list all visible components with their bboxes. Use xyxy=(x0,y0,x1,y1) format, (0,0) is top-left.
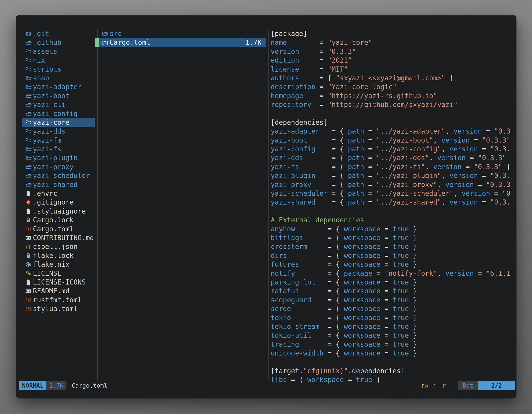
file-name: yazi-proxy xyxy=(33,163,74,171)
snowflake-icon xyxy=(25,261,33,268)
toml-token: = { xyxy=(328,189,348,197)
lock-icon xyxy=(25,252,33,259)
permissions-text: -rw-r--r-- xyxy=(418,381,453,390)
toml-token: version xyxy=(441,136,470,144)
file-name: .github xyxy=(33,38,61,47)
file-row[interactable]: nix xyxy=(22,56,95,65)
file-row[interactable]: .git xyxy=(22,29,95,38)
preview-line: yazi-proxy = { path = "../yazi-proxy", v… xyxy=(271,180,515,189)
toml-token: true xyxy=(393,349,409,357)
file-row[interactable]: flake.nix xyxy=(22,260,95,269)
toml-token: = { xyxy=(287,251,344,260)
file-row[interactable]: yazi-fs xyxy=(22,144,95,154)
file-row[interactable]: yazi-adapter xyxy=(22,82,95,91)
doc-icon xyxy=(25,279,33,285)
current-pane[interactable]: src[T]Cargo.toml1.7K xyxy=(95,29,266,47)
file-row[interactable]: LICENSE-ICONS xyxy=(22,278,95,287)
preview-line: anyhow = { workspace = true } xyxy=(271,225,515,233)
file-row[interactable]: yazi-cli xyxy=(22,100,95,109)
file-row[interactable]: .github xyxy=(22,38,95,47)
folder-open-icon xyxy=(25,146,33,152)
file-row[interactable]: src xyxy=(95,29,266,38)
file-row[interactable]: Cargo.lock xyxy=(22,216,95,224)
toml-token: tokio-stream xyxy=(271,323,319,331)
toml-token: .dependencies] xyxy=(348,367,405,375)
toml-token: = xyxy=(299,56,328,64)
toml-token: yazi-scheduler xyxy=(271,189,328,197)
preview-line: yazi-dds = { path = "../yazi-dds", versi… xyxy=(271,154,515,162)
file-row[interactable]: flake.lock xyxy=(22,251,95,260)
toml-token: = { xyxy=(303,234,344,242)
toml-token: = { xyxy=(307,136,348,144)
toml-token: , xyxy=(441,172,449,180)
toml-token: workspace xyxy=(344,287,380,295)
permission-char: w xyxy=(425,382,428,389)
folder-open-icon xyxy=(102,30,110,37)
toml-token: yazi-boot xyxy=(271,136,307,144)
file-name: snap xyxy=(33,74,49,82)
toml-token: yazi-shared xyxy=(271,198,315,206)
file-row[interactable]: yazi-boot xyxy=(22,91,95,100)
toml-token: } xyxy=(409,278,417,286)
toml-token: = xyxy=(299,65,328,73)
toml-token: path xyxy=(348,198,364,206)
toml-token: [target. xyxy=(271,367,303,375)
file-row[interactable]: README.md xyxy=(22,287,95,295)
file-row[interactable]: [T]Cargo.toml xyxy=(22,225,95,233)
toml-token: workspace xyxy=(344,234,380,242)
toml-token: = xyxy=(482,127,494,135)
file-row[interactable]: assets xyxy=(22,47,95,56)
toml-token: = { xyxy=(315,198,348,206)
svg-text:[T]: [T] xyxy=(102,40,108,45)
file-row[interactable]: yazi-dds xyxy=(22,127,95,136)
toml-token: "../yazi-boot" xyxy=(376,136,433,144)
permission-char: -- xyxy=(446,382,453,389)
file-row[interactable]: yazi-shared xyxy=(22,180,95,189)
toml-token: true xyxy=(393,305,409,313)
file-row[interactable]: [T]rustfmt.toml xyxy=(22,296,95,304)
file-row[interactable]: yazi-core xyxy=(22,118,95,127)
preview-line: name = "yazi-core" xyxy=(271,38,515,47)
file-row[interactable]: [T]Cargo.toml1.7K xyxy=(95,38,266,47)
toml-token: } xyxy=(409,260,417,268)
toml-token: yazi-config xyxy=(271,145,315,153)
file-row[interactable]: .styluaignore xyxy=(22,207,95,216)
parent-pane[interactable]: .git.githubassetsnixscriptssnapyazi-adap… xyxy=(22,29,95,313)
file-row[interactable]: yazi-proxy xyxy=(22,163,95,171)
preview-pane[interactable]: [package]name = "yazi-core"version = "0.… xyxy=(271,29,515,384)
file-row[interactable]: yazi-fm xyxy=(22,136,95,144)
file-row[interactable]: .gitignore xyxy=(22,198,95,207)
toml-token: version xyxy=(449,145,478,153)
toml-token: = { xyxy=(311,296,344,304)
file-row[interactable]: LICENSE xyxy=(22,269,95,278)
toml-token: } xyxy=(409,340,417,348)
pane-separator xyxy=(97,29,98,379)
toml-token: = xyxy=(380,243,393,250)
file-name: .gitignore xyxy=(33,198,74,207)
file-row[interactable]: [T]stylua.toml xyxy=(22,304,95,313)
toml-token: = xyxy=(311,101,328,109)
file-name: .envrc xyxy=(33,189,57,198)
preview-line: crossterm = { workspace = true } xyxy=(271,242,515,251)
file-row[interactable]: snap xyxy=(22,74,95,82)
file-row[interactable]: yazi-plugin xyxy=(22,154,95,162)
toml-token: = { xyxy=(295,270,344,277)
toml-token: tokio xyxy=(271,314,291,322)
file-row[interactable]: yazi-scheduler xyxy=(22,171,95,180)
file-row[interactable]: CONTRIBUTING.md xyxy=(22,233,95,242)
toml-token: yazi-dds xyxy=(271,154,303,162)
toml-token: workspace xyxy=(344,349,380,357)
toml-token: = { xyxy=(319,323,344,331)
file-row[interactable]: .envrc xyxy=(22,189,95,198)
preview-line: yazi-scheduler = { path = "../yazi-sched… xyxy=(271,189,515,198)
toml-token: = { xyxy=(319,127,348,135)
file-row[interactable]: {}cspell.json xyxy=(22,242,95,251)
file-row[interactable]: yazi-config xyxy=(22,109,95,118)
toml-token: true xyxy=(393,243,409,250)
file-row[interactable]: scripts xyxy=(22,65,95,74)
toml-token: "0 xyxy=(502,189,511,197)
toml-token: yazi-adapter xyxy=(271,127,319,135)
preview-line xyxy=(271,109,515,118)
toml-token: edition xyxy=(271,56,299,64)
file-name: yazi-dds xyxy=(33,127,66,136)
